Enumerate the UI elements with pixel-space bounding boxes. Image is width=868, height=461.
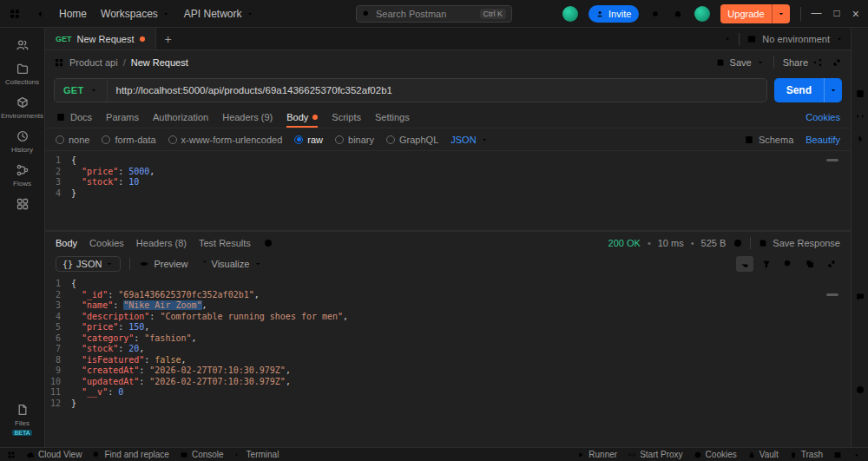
cookies-button[interactable]: Cookies	[694, 450, 737, 459]
editor-scrollbar[interactable]	[826, 293, 838, 296]
expand-button[interactable]	[852, 451, 861, 459]
cookies-link[interactable]: Cookies	[806, 106, 840, 128]
status-badge[interactable]: 200 OK	[608, 238, 641, 248]
sidebar-item-apis[interactable]	[0, 192, 44, 215]
save-response-button[interactable]: Save Response	[758, 238, 840, 248]
code-line[interactable]: 12}	[45, 398, 851, 410]
filter-button[interactable]	[758, 256, 775, 272]
settings-gear-icon[interactable]	[649, 8, 661, 20]
close-button[interactable]: ×	[852, 7, 859, 21]
tab-params[interactable]: Params	[106, 106, 139, 128]
send-button[interactable]: Send	[774, 78, 842, 102]
response-history-icon[interactable]	[263, 238, 273, 248]
start-proxy-button[interactable]: Start Proxy	[628, 450, 682, 459]
code-line[interactable]: 2 "_id": "69a1436625370fc352af02b1",	[45, 290, 851, 301]
share-button[interactable]: Share	[783, 57, 823, 68]
code-line[interactable]: 3 "name": "Nike Air Zoom",	[45, 300, 851, 312]
editor-scrollbar[interactable]	[826, 159, 838, 161]
mode-graphql[interactable]: GraphQL	[386, 135, 438, 145]
nav-home[interactable]: Home	[59, 8, 87, 20]
terminal-button[interactable]: Terminal	[234, 450, 279, 459]
tab-overflow-chevron-icon[interactable]	[723, 35, 732, 43]
minimize-button[interactable]: —	[812, 7, 822, 21]
schema-button[interactable]: Schema	[744, 135, 793, 145]
code-line[interactable]: 4}	[45, 188, 851, 200]
copy-button[interactable]	[801, 256, 819, 272]
sidebar-item-flows[interactable]: Flows	[0, 158, 44, 192]
vault-button[interactable]: Vault	[747, 450, 779, 459]
sidebar-item-workspace[interactable]	[0, 33, 44, 56]
tab-authorization[interactable]: Authorization	[153, 106, 208, 128]
method-selector[interactable]: GET	[55, 79, 108, 102]
environment-selector[interactable]: No environment	[746, 34, 844, 44]
code-line[interactable]: 8 "isFeatured": false,	[45, 355, 851, 366]
lightning-icon[interactable]	[855, 134, 865, 144]
mode-binary[interactable]: binary	[335, 135, 374, 145]
code-line[interactable]: 9 "createdAt": "2026-02-27T07:10:30.979Z…	[45, 366, 851, 377]
mode-none[interactable]: none	[56, 135, 89, 145]
code-line[interactable]: 2 "price": 5000,	[45, 167, 851, 178]
runner-button[interactable]: Runner	[576, 450, 617, 459]
globe-icon[interactable]	[733, 238, 743, 248]
request-body-editor[interactable]: 1{2 "price": 5000,3 "stock": 104}	[45, 151, 851, 231]
agent-status-icon[interactable]	[562, 6, 578, 22]
link-button[interactable]	[832, 57, 842, 68]
upgrade-button[interactable]: Upgrade	[720, 4, 789, 23]
beautify-link[interactable]: Beautify	[806, 135, 840, 145]
notifications-bell-icon[interactable]	[672, 8, 684, 20]
response-tab-body[interactable]: Body	[56, 238, 77, 248]
code-line[interactable]: 1{	[45, 155, 851, 167]
code-line[interactable]: 4 "description": "Comfortable running sh…	[45, 312, 851, 323]
preview-button[interactable]: Preview	[139, 259, 187, 269]
code-icon[interactable]	[855, 111, 865, 122]
request-tab[interactable]: GET New Request	[45, 28, 156, 49]
language-selector[interactable]: JSON	[450, 135, 488, 145]
tab-scripts[interactable]: Scripts	[332, 106, 361, 128]
documentation-icon[interactable]	[855, 89, 865, 99]
nav-api-network[interactable]: API Network	[184, 8, 254, 20]
response-tab-headers[interactable]: Headers (8)	[136, 238, 187, 248]
console-button[interactable]: Console	[180, 450, 224, 459]
breadcrumb-collection[interactable]: Product api	[69, 57, 118, 68]
code-line[interactable]: 1{	[45, 279, 851, 290]
new-tab-button[interactable]: +	[156, 28, 181, 49]
app-menu-icon[interactable]	[9, 8, 21, 20]
mode-form-data[interactable]: form-data	[102, 135, 155, 145]
link-button[interactable]	[823, 256, 840, 272]
global-search-input[interactable]: Search Postman Ctrl K	[356, 5, 512, 23]
response-size[interactable]: 525 B	[701, 238, 727, 248]
response-tab-cookies[interactable]: Cookies	[89, 238, 124, 248]
trash-button[interactable]: Trash	[789, 450, 823, 459]
wrap-text-button[interactable]	[736, 256, 753, 272]
mode-x-www-form-urlencoded[interactable]: x-www-form-urlencoded	[168, 135, 283, 145]
tab-headers[interactable]: Headers (9)	[222, 106, 273, 128]
comment-icon[interactable]	[855, 292, 865, 302]
mode-raw[interactable]: raw	[294, 135, 323, 145]
back-icon[interactable]	[35, 9, 45, 19]
nav-workspaces[interactable]: Workspaces	[101, 8, 170, 20]
code-line[interactable]: 3 "stock": 10	[45, 177, 851, 188]
maximize-button[interactable]: □	[834, 7, 840, 21]
response-tab-test-results[interactable]: Test Results	[199, 238, 251, 248]
save-button[interactable]: Save	[715, 57, 765, 68]
response-format-selector[interactable]: {} JSON	[56, 256, 121, 272]
search-response-button[interactable]	[779, 256, 797, 272]
response-body-editor[interactable]: 1{2 "_id": "69a1436625370fc352af02b1",3 …	[45, 274, 851, 447]
invite-button[interactable]: Invite	[589, 5, 639, 23]
sidebar-item-files[interactable]: Files BETA	[0, 398, 44, 440]
sidebar-item-history[interactable]: History	[0, 124, 44, 158]
user-avatar[interactable]	[694, 6, 710, 22]
tab-docs[interactable]: Docs	[56, 106, 92, 128]
find-and-replace-button[interactable]: Find and replace	[92, 450, 169, 459]
sidebar-item-collections[interactable]: Collections	[0, 56, 44, 90]
tab-settings[interactable]: Settings	[375, 106, 410, 128]
code-line[interactable]: 5 "price": 150,	[45, 322, 851, 333]
code-line[interactable]: 6 "category": "fashion",	[45, 333, 851, 345]
code-line[interactable]: 10 "updatedAt": "2026-02-27T07:10:30.979…	[45, 377, 851, 388]
url-input[interactable]: http://localhost:5000/api/products/69a14…	[108, 85, 401, 95]
code-line[interactable]: 7 "stock": 20,	[45, 344, 851, 355]
response-time[interactable]: 10 ms	[658, 238, 684, 248]
info-icon[interactable]	[855, 385, 865, 395]
cloud-view-button[interactable]: Cloud View	[26, 450, 82, 459]
code-line[interactable]: 11 "__v": 0	[45, 387, 851, 398]
